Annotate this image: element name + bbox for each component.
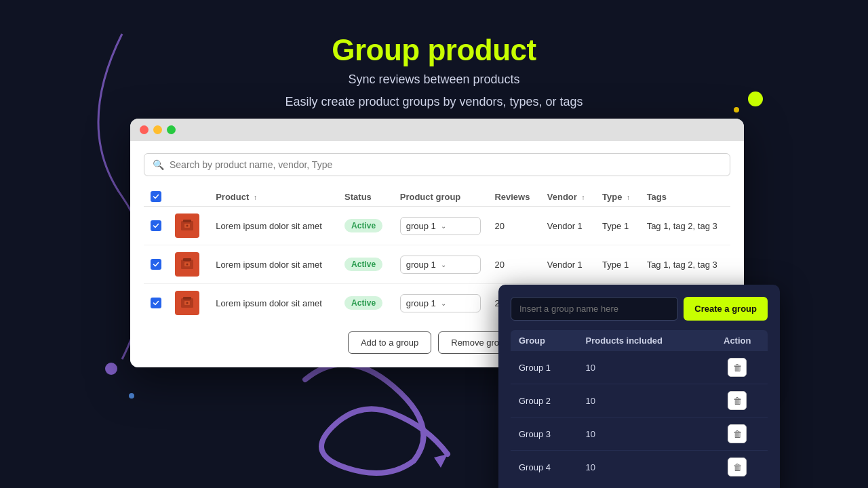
row-image-cell <box>168 207 209 245</box>
row-image-cell <box>168 245 209 284</box>
row-checkbox-0[interactable] <box>151 220 161 231</box>
th-group: Product group <box>393 187 488 207</box>
traffic-light-yellow[interactable] <box>153 125 162 134</box>
delete-group-button-2[interactable]: 🗑 <box>728 424 747 443</box>
search-input[interactable] <box>170 159 722 170</box>
popup-th-products: Products included <box>578 330 707 351</box>
bg-circle-purple <box>105 363 117 375</box>
window-titlebar <box>130 119 744 141</box>
popup-group-products-3: 10 <box>578 451 707 484</box>
th-reviews: Reviews <box>488 187 540 207</box>
chevron-down-icon: ⌄ <box>441 300 475 307</box>
svg-rect-5 <box>183 258 191 261</box>
chevron-down-icon: ⌄ <box>441 222 475 230</box>
group-dropdown-value-2: group 1 <box>406 298 441 308</box>
chevron-down-icon: ⌄ <box>441 261 475 268</box>
search-icon: 🔍 <box>153 159 164 170</box>
popup-group-name-0: Group 1 <box>511 351 578 384</box>
svg-rect-1 <box>183 220 191 222</box>
row-checkbox-cell <box>144 284 168 323</box>
table-row: Lorem ipsum dolor sit amet Active group … <box>144 207 730 245</box>
row-checkbox-2[interactable] <box>151 298 161 308</box>
th-checkbox <box>144 187 168 207</box>
row-group-1: group 1 ⌄ <box>393 245 488 284</box>
popup-table-row: Group 1 10 🗑 <box>511 351 768 384</box>
group-dropdown-value-1: group 1 <box>406 260 441 270</box>
row-tags-1: Tag 1, tag 2, tag 3 <box>640 245 730 284</box>
product-image-1 <box>175 252 199 277</box>
group-dropdown-value-0: group 1 <box>406 221 441 231</box>
th-type: Type ↑ <box>595 187 640 207</box>
product-image-2 <box>175 291 199 315</box>
row-status-0: Active <box>338 207 393 245</box>
popup-table: Group Products included Action Group 1 1… <box>511 330 768 483</box>
popup-th-action: Action <box>707 330 768 351</box>
sort-product-icon: ↑ <box>254 194 257 201</box>
header-checkbox[interactable] <box>151 191 161 202</box>
row-group-2: group 1 ⌄ <box>393 284 488 323</box>
row-vendor-0: Vendor 1 <box>540 207 595 245</box>
popup-group-action-3: 🗑 <box>707 451 768 484</box>
row-product-name-0: Lorem ipsum dolor sit amet <box>209 207 338 245</box>
sort-type-icon: ↑ <box>627 194 630 201</box>
group-dropdown-0[interactable]: group 1 ⌄ <box>400 217 481 235</box>
row-type-1: Type 1 <box>595 245 640 284</box>
th-image <box>168 187 209 207</box>
sort-vendor-icon: ↑ <box>581 194 585 201</box>
product-image-0 <box>175 214 199 238</box>
create-group-button[interactable]: Create a group <box>684 297 768 321</box>
delete-group-button-1[interactable]: 🗑 <box>728 391 747 410</box>
th-status: Status <box>338 187 393 207</box>
row-reviews-0: 20 <box>488 207 540 245</box>
search-bar: 🔍 <box>144 153 730 176</box>
popup-group-name-3: Group 4 <box>511 451 578 484</box>
subtitle-line2: Easily create product groups by vendors,… <box>0 93 868 111</box>
popup-table-row: Group 3 10 🗑 <box>511 418 768 451</box>
popup-header-row: Create a group <box>511 297 768 321</box>
popup-group-products-0: 10 <box>578 351 707 384</box>
add-to-group-button[interactable]: Add to a group <box>348 331 431 354</box>
svg-point-7 <box>186 264 189 266</box>
subtitle-line1: Sync reviews between products <box>0 70 868 89</box>
delete-group-button-0[interactable]: 🗑 <box>728 358 747 377</box>
svg-point-3 <box>186 225 189 227</box>
group-dropdown-1[interactable]: group 1 ⌄ <box>400 256 481 274</box>
status-badge-1: Active <box>344 258 382 271</box>
th-product: Product ↑ <box>209 187 338 207</box>
header-section: Group product Sync reviews between produ… <box>0 0 868 111</box>
row-image-cell <box>168 284 209 323</box>
popup-group-products-2: 10 <box>578 418 707 451</box>
row-vendor-1: Vendor 1 <box>540 245 595 284</box>
row-status-1: Active <box>338 245 393 284</box>
delete-group-button-3[interactable]: 🗑 <box>728 458 747 476</box>
popup-group-action-2: 🗑 <box>707 418 768 451</box>
popup-group-name-2: Group 3 <box>511 418 578 451</box>
row-product-name-2: Lorem ipsum dolor sit amet <box>209 284 338 323</box>
popup-table-row: Group 2 10 🗑 <box>511 384 768 418</box>
traffic-light-green[interactable] <box>167 125 176 134</box>
row-reviews-1: 20 <box>488 245 540 284</box>
row-group-0: group 1 ⌄ <box>393 207 488 245</box>
page-title: Group product <box>0 34 868 66</box>
popup-panel: Create a group Group Products included A… <box>498 285 780 488</box>
popup-group-action-1: 🗑 <box>707 384 768 418</box>
svg-rect-9 <box>183 297 191 300</box>
popup-group-products-1: 10 <box>578 384 707 418</box>
row-type-0: Type 1 <box>595 207 640 245</box>
row-checkbox-cell <box>144 207 168 245</box>
table-row: Lorem ipsum dolor sit amet Active group … <box>144 245 730 284</box>
svg-point-11 <box>186 302 189 304</box>
row-status-2: Active <box>338 284 393 323</box>
group-dropdown-2[interactable]: group 1 ⌄ <box>400 294 481 312</box>
row-checkbox-1[interactable] <box>151 259 161 270</box>
traffic-light-red[interactable] <box>140 125 149 134</box>
group-name-input[interactable] <box>511 297 678 321</box>
th-tags: Tags <box>640 187 730 207</box>
popup-table-row: Group 4 10 🗑 <box>511 451 768 484</box>
popup-th-group: Group <box>511 330 578 351</box>
status-badge-2: Active <box>344 296 382 310</box>
row-checkbox-cell <box>144 245 168 284</box>
th-vendor: Vendor ↑ <box>540 187 595 207</box>
popup-group-name-1: Group 2 <box>511 384 578 418</box>
status-badge-0: Active <box>344 219 382 232</box>
